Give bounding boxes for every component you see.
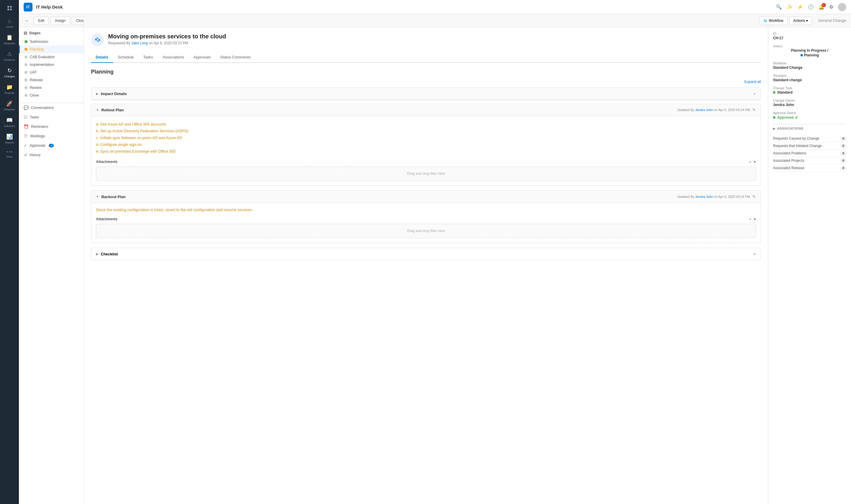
expand-all[interactable]: Expand all	[91, 80, 761, 84]
assoc-requests-caused[interactable]: Requests Caused by Change 0	[773, 135, 846, 142]
assoc-projects[interactable]: Associated Projects 0	[773, 157, 846, 164]
nav-requests[interactable]: 📋 Requests	[0, 31, 19, 48]
rollout-updater-link[interactable]: Jendra John	[695, 108, 713, 112]
stage-submission[interactable]: Submission	[19, 38, 84, 46]
backout-attachments: Attachments + ▾ Drag and drop files here	[96, 217, 756, 238]
nav-more[interactable]: • • • More	[0, 147, 19, 161]
rollout-item-1: a. Get Azure AD and Office 365 accounts	[96, 121, 756, 128]
rollout-item-2: b. Set up Active Directory Federation Se…	[96, 128, 756, 134]
search-icon[interactable]: 🔍	[776, 4, 782, 10]
rollout-item-3: c. Initiate sync between on-prem AD and …	[96, 134, 756, 141]
backout-plan-header[interactable]: ▼ Backout Plan Updated By Jendra John on…	[91, 191, 761, 203]
backout-attach-expand[interactable]: ▾	[754, 217, 756, 221]
checklist-title: Checklist	[101, 252, 118, 256]
status-tag: Planning	[800, 53, 819, 57]
backout-updater-link[interactable]: Jendra John	[695, 195, 713, 198]
rollout-edit-btn[interactable]: ✎	[752, 107, 756, 112]
nav-changes[interactable]: ↻ Changes	[0, 65, 19, 81]
stage-implementation[interactable]: Implementation	[19, 61, 84, 69]
sidebar-reminders[interactable]: ⏰ Reminders	[19, 122, 84, 131]
field-workflow: Workflow Standard Change	[773, 61, 846, 70]
nav-reports[interactable]: 📊 Reports	[0, 130, 19, 147]
rollout-plan-header[interactable]: ▼ Rollout Plan Updated By Jendra John on…	[91, 104, 761, 116]
impact-details-header[interactable]: ▶ Impact Details +	[91, 88, 761, 100]
backout-attachments-label: Attachments	[96, 217, 118, 221]
stage-cab-evaluation[interactable]: CAB Evaluation	[19, 53, 84, 61]
backout-plan-body: Since the existing configuration is inta…	[91, 203, 761, 243]
backout-drop-zone[interactable]: Drag and drop files here	[96, 224, 756, 238]
field-workflow-value: Standard Change	[773, 66, 846, 70]
stage-close[interactable]: Close	[19, 92, 84, 99]
rollout-plan-section: ▼ Rollout Plan Updated By Jendra John on…	[91, 104, 761, 186]
backout-edit-btn[interactable]: ✎	[752, 194, 756, 199]
stage-planning[interactable]: Planning	[19, 46, 84, 53]
tab-details[interactable]: Details	[91, 52, 113, 63]
rollout-attach-add[interactable]: +	[749, 159, 751, 164]
stages-header: ⊟ Stages	[19, 27, 84, 38]
general-change-label: General Change	[818, 18, 846, 23]
magic-icon[interactable]: ✨	[786, 4, 793, 10]
rollout-attachments-label: Attachments	[96, 160, 118, 164]
record-subtitle: Requested By Jake Long on Apr 6, 2020 03…	[108, 41, 226, 45]
sidebar-approvals[interactable]: ✓ Approvals 4	[19, 141, 84, 150]
stage-release[interactable]: Release	[19, 76, 84, 84]
assoc-requests-initiated[interactable]: Requests that Initiated Change 0	[773, 142, 846, 150]
assoc-release[interactable]: Associated Release 0	[773, 164, 846, 172]
sidebar-tasks[interactable]: ☑ Tasks	[19, 112, 84, 122]
lightning-icon[interactable]: ⚡	[797, 4, 803, 10]
assign-button[interactable]: Assign	[51, 17, 70, 25]
stage-review[interactable]: Review	[19, 84, 84, 92]
notification-icon[interactable]: 🔔 1	[818, 4, 824, 10]
associations-header[interactable]: ▶ ASSOCIATIONS	[773, 124, 846, 132]
workflow-button[interactable]: ⇆ Workflow	[759, 16, 788, 25]
checklist-add[interactable]: +	[753, 252, 756, 256]
rollout-plan-body: a. Get Azure AD and Office 365 accounts …	[91, 116, 761, 185]
avatar[interactable]	[838, 3, 846, 11]
tab-schedule[interactable]: Schedule	[113, 52, 139, 63]
field-change-owner-value: Jendra John	[773, 103, 846, 107]
back-button[interactable]: ←	[24, 17, 31, 24]
sidebar-conversations[interactable]: 💬 Conversations	[19, 103, 84, 112]
nav-problems[interactable]: ⚠ Problems	[0, 48, 19, 65]
backout-updated-meta: Updated By Jendra John on Apr 6, 2020 03…	[677, 195, 750, 198]
sidebar-history[interactable]: ↺ History	[19, 150, 84, 160]
nav-rail: ⌂ Home 📋 Requests ⚠ Problems ↻ Changes 📁…	[0, 0, 19, 504]
tab-approvals[interactable]: Approvals	[189, 52, 215, 63]
nav-solutions[interactable]: 📖 Solutions	[0, 114, 19, 130]
backout-plan-section: ▼ Backout Plan Updated By Jendra John on…	[91, 191, 761, 243]
close-button[interactable]: Close	[72, 17, 84, 25]
status-value-line1: Planning In Progress /	[791, 49, 829, 53]
actions-button[interactable]: Actions ▾	[789, 17, 812, 25]
rollout-drop-zone[interactable]: Drag and drop files here	[96, 166, 756, 181]
associations-title: ASSOCIATIONS	[778, 127, 804, 130]
center-content: ⇄ Moving on-premises services to the clo…	[84, 27, 768, 504]
stage-uat[interactable]: UAT	[19, 69, 84, 76]
settings-icon[interactable]: ⚙	[829, 4, 833, 10]
change-type-value: Standard	[777, 90, 793, 94]
edit-button[interactable]: Edit	[34, 17, 49, 25]
tab-status-comments[interactable]: Status Comments	[215, 52, 255, 63]
checklist-header[interactable]: ▶ Checklist +	[91, 248, 761, 260]
main-panel: ⇆ Workflow Actions ▾ General Change ⇄	[84, 14, 851, 504]
secondary-toolbar: ⇆ Workflow Actions ▾ General Change	[84, 14, 851, 27]
backout-attach-add[interactable]: +	[749, 217, 751, 221]
backout-text: Since the existing configuration is inta…	[96, 208, 756, 212]
history-icon[interactable]: 🕐	[808, 4, 814, 10]
sidebar-worklogs[interactable]: ⏱ Worklogs	[19, 131, 84, 141]
approval-status-value: Approved	[777, 115, 794, 120]
nav-home[interactable]: ⌂ Home	[0, 15, 19, 31]
field-id: ID CH-17	[773, 32, 846, 40]
tab-tasks[interactable]: Tasks	[139, 52, 158, 63]
assoc-problems[interactable]: Associated Problems 0	[773, 150, 846, 157]
rollout-attach-expand[interactable]: ▾	[754, 159, 756, 164]
record-icon: ⇄	[91, 33, 104, 46]
left-sidebar: ← Edit Assign Close Print ⊟ Stages Submi…	[19, 14, 84, 504]
nav-projects[interactable]: 📁 Projects	[0, 81, 19, 97]
impact-details-add[interactable]: +	[753, 91, 756, 96]
nav-releases[interactable]: 🚀 Releases	[0, 97, 19, 114]
header-icons: 🔍 ✨ ⚡ 🕐 🔔 1 ⚙	[776, 3, 846, 11]
rollout-item-5: e. Sync on-premises Exchange with Office…	[96, 148, 756, 155]
requester-link[interactable]: Jake Long	[132, 41, 148, 45]
field-change-owner: Change Owner Jendra John	[773, 98, 846, 107]
tab-associations[interactable]: Associations	[158, 52, 189, 63]
